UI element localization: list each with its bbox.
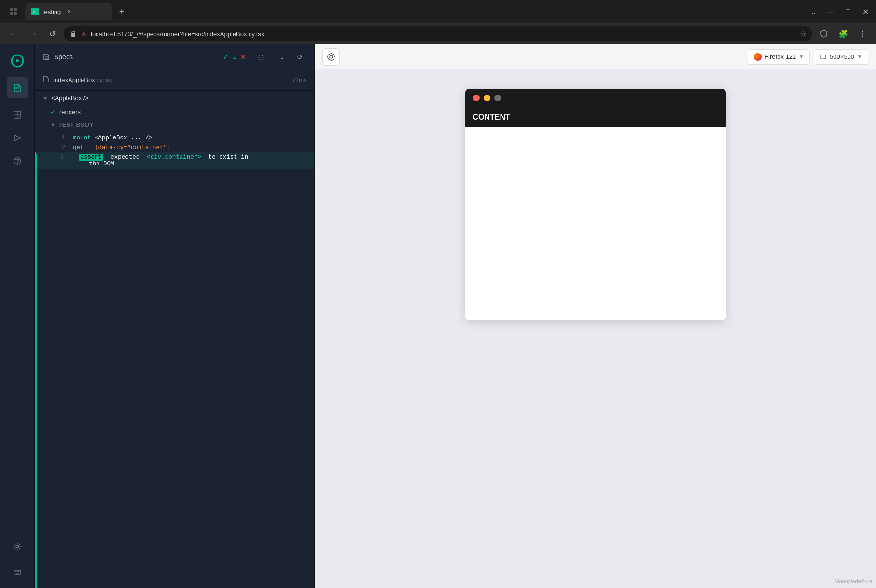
cy-line-content-1: mount <AppleBox ... /> (73, 135, 306, 141)
cy-line-num-3: 3 (54, 154, 64, 161)
cy-size-select[interactable]: 500×500 ▼ (814, 49, 868, 65)
cy-file-row[interactable]: indexAppleBox .cy.tsx 72ms (35, 69, 314, 91)
menu-icon[interactable] (855, 26, 870, 41)
traffic-light-red (473, 95, 480, 101)
sidebar-item-settings[interactable] (7, 536, 28, 557)
cy-file-time: 72ms (292, 77, 306, 83)
cy-preview-content: CONTENT (315, 69, 876, 588)
cy-file-icon (42, 76, 49, 84)
cy-code-line-3[interactable]: 3 - assert expected <div.container> to e… (35, 152, 314, 169)
cy-dropdown-button[interactable]: ⌄ (276, 50, 289, 64)
cy-kw-div-container: <div.container> (147, 154, 201, 161)
svg-rect-20 (14, 570, 21, 574)
browser-chrome: c testing ✕ + ⌄ — □ ✕ ← → ↺ ⚠ localhost:… (0, 0, 876, 44)
cy-code-area: 1 mount <AppleBox ... /> 2 get [data-cy=… (35, 131, 314, 171)
address-bar[interactable]: ⚠ localhost:5173/_/#/specs/runner?file=s… (64, 26, 812, 41)
cy-suite-title: <AppleBox /> (51, 95, 89, 102)
cy-code-line-1[interactable]: 1 mount <AppleBox ... /> (35, 133, 314, 143)
svg-rect-33 (821, 55, 826, 59)
svg-point-8 (862, 33, 863, 35)
cy-pending-count: -- (267, 53, 272, 60)
browser-tab-inactive[interactable] (4, 4, 23, 19)
svg-point-9 (862, 36, 863, 37)
cy-target-button[interactable] (322, 48, 340, 66)
traffic-light-green (494, 95, 501, 101)
cy-code-line-2[interactable]: 2 get [data-cy="container"] (35, 143, 314, 152)
cy-assert-badge: assert (79, 154, 103, 161)
cy-kw-the-dom: the DOM (89, 161, 114, 167)
svg-point-12 (16, 59, 19, 62)
cy-section-arrow-icon: ▼ (50, 122, 56, 128)
cy-line-num-2: 2 (56, 144, 65, 151)
address-favicon: ⚠ (81, 30, 87, 38)
nav-right: 🧩 (816, 26, 870, 41)
svg-point-28 (330, 55, 333, 58)
cy-suite-arrow-icon: ▼ (42, 95, 48, 102)
sidebar-item-specs[interactable] (7, 77, 28, 98)
sidebar-item-runs[interactable] (7, 127, 28, 149)
cy-kw-get: get (73, 144, 84, 151)
cy-reload-button[interactable]: ↺ (293, 50, 306, 64)
cy-app-content-title: CONTENT (465, 107, 726, 127)
cy-test-panel: Specs ✓ 1 ✕ -- ◌ -- ⌄ ↺ indexAppleBox .c… (35, 44, 315, 588)
cy-specs-title: Specs (54, 53, 73, 61)
back-button[interactable]: ← (6, 26, 21, 41)
minimize-button[interactable]: — (824, 5, 837, 18)
cy-preview-panel: Firefox 121 ▼ 500×500 ▼ CONTENT (315, 44, 876, 588)
cy-file-name: indexAppleBox (53, 76, 95, 83)
svg-text:c: c (33, 10, 36, 14)
cy-pass-icon: ✓ (223, 53, 229, 61)
tab-bar-right: ⌄ — □ ✕ (806, 5, 872, 18)
tab-favicon: c (31, 8, 39, 15)
cy-kw-mount: mount (73, 135, 91, 141)
firefox-icon (754, 53, 762, 61)
sidebar-item-keyboard[interactable] (7, 561, 28, 582)
browser-tab-active[interactable]: c testing ✕ (25, 3, 112, 20)
watermark: MoongladePure (834, 578, 872, 584)
shield-icon[interactable] (816, 26, 832, 41)
cy-size-dropdown-icon: ▼ (857, 54, 862, 59)
cy-kw-applebox: <AppleBox ... /> (95, 135, 153, 141)
sidebar-item-bottom (7, 536, 28, 582)
maximize-button[interactable]: □ (841, 5, 855, 18)
cy-test-body-section: ▼ TEST BODY (35, 119, 314, 131)
cy-pending-icon: ◌ (258, 53, 264, 61)
cy-app-titlebar (465, 89, 726, 107)
close-button[interactable]: ✕ (859, 5, 872, 18)
svg-rect-0 (10, 8, 13, 11)
cy-panel-controls: ✓ 1 ✕ -- ◌ -- ⌄ ↺ (223, 50, 306, 64)
cy-logo (7, 50, 28, 71)
cy-kw-expected: expected (107, 154, 143, 161)
cy-preview-header: Firefox 121 ▼ 500×500 ▼ (315, 44, 876, 69)
cy-kw-dash: - (71, 154, 75, 161)
cy-size-value: 500×500 (830, 53, 854, 60)
cy-test-row[interactable]: ✓ renders (35, 106, 314, 119)
extensions-icon[interactable]: 🧩 (835, 26, 851, 41)
cy-browser-select[interactable]: Firefox 121 ▼ (748, 49, 810, 65)
tab-list-button[interactable]: ⌄ (806, 5, 820, 18)
cy-test-check-icon: ✓ (50, 109, 56, 116)
cy-test-title: renders (59, 109, 81, 116)
cy-file-ext: .cy.tsx (95, 76, 112, 83)
new-tab-button[interactable]: + (114, 4, 129, 19)
sidebar-item-debug[interactable] (7, 150, 28, 172)
cy-app-window: CONTENT (465, 89, 726, 320)
url-text: localhost:5173/_/#/specs/runner?file=src… (91, 30, 796, 38)
reload-button[interactable]: ↺ (44, 26, 60, 41)
cy-preview-controls-right: Firefox 121 ▼ 500×500 ▼ (748, 49, 868, 65)
cy-suite-header[interactable]: ▼ <AppleBox /> (35, 91, 314, 106)
cy-fail-icon: ✕ (240, 53, 246, 61)
main-area: Specs ✓ 1 ✕ -- ◌ -- ⌄ ↺ indexAppleBox .c… (0, 44, 876, 588)
nav-bar: ← → ↺ ⚠ localhost:5173/_/#/specs/runner?… (0, 23, 876, 44)
bookmark-icon[interactable]: ☆ (800, 29, 806, 39)
sidebar-item-element-selector[interactable] (7, 104, 28, 125)
cy-panel-header: Specs ✓ 1 ✕ -- ◌ -- ⌄ ↺ (35, 44, 314, 69)
tab-close-icon[interactable]: ✕ (65, 7, 73, 16)
cy-kw-to-exist: to exist in (205, 154, 248, 161)
forward-button[interactable]: → (25, 26, 41, 41)
tab-bar: c testing ✕ + ⌄ — □ ✕ (0, 0, 876, 23)
cy-browser-name: Firefox 121 (765, 53, 796, 60)
svg-point-19 (16, 545, 19, 548)
cy-test-area: ▼ <AppleBox /> ✓ renders ▼ TEST BODY 1 m… (35, 91, 314, 588)
cy-section-label: TEST BODY (58, 122, 94, 128)
